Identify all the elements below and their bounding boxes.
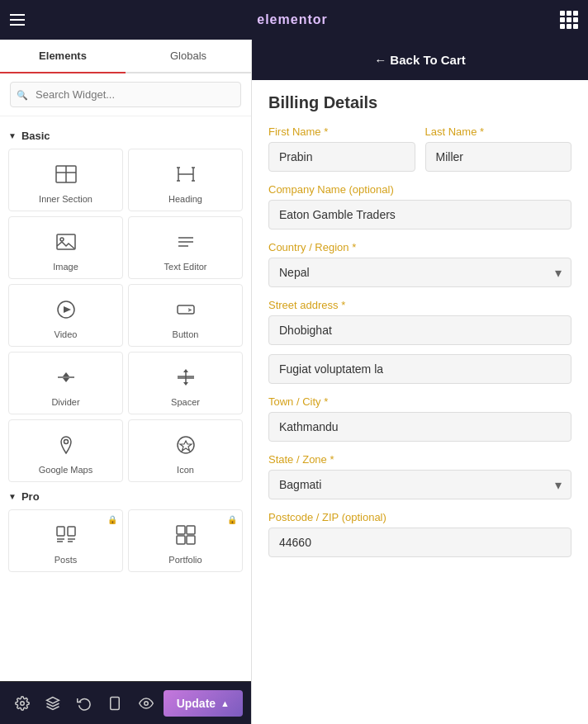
inner-section-icon (51, 159, 81, 189)
widget-google-maps[interactable]: Google Maps (8, 419, 123, 482)
state-zone-select[interactable]: Bagmati Gandaki Lumbini Koshi (268, 470, 571, 499)
widget-divider-label: Divider (51, 397, 79, 407)
search-area (0, 73, 251, 116)
widget-text-editor[interactable]: Text Editor (128, 216, 243, 279)
update-button[interactable]: Update ▲ (164, 690, 243, 717)
town-city-group: Town / City * (268, 395, 571, 442)
svg-marker-18 (183, 369, 188, 372)
svg-point-39 (145, 701, 149, 705)
responsive-tool-btn[interactable] (102, 689, 130, 718)
widget-google-maps-label: Google Maps (39, 465, 92, 475)
svg-point-35 (21, 701, 25, 705)
portfolio-lock-icon: 🔒 (227, 515, 237, 524)
pro-section-label: Pro (21, 490, 40, 503)
button-icon (171, 295, 201, 324)
street-address-line1-input[interactable] (268, 315, 571, 345)
street-address-label: Street address * (268, 299, 571, 311)
country-label: Country / Region * (268, 241, 571, 253)
pro-widget-grid: 🔒 Posts 🔒 (8, 509, 243, 572)
widget-divider[interactable]: Divider (8, 352, 123, 414)
layers-tool-btn[interactable] (40, 689, 68, 718)
widget-posts[interactable]: 🔒 Posts (8, 509, 123, 572)
last-name-label: Last Name * (425, 125, 572, 138)
preview-tool-btn[interactable] (132, 689, 160, 718)
widget-spacer-label: Spacer (171, 397, 200, 407)
main-layout: Elements Globals ▼ Basic (0, 40, 588, 724)
widget-inner-section[interactable]: Inner Section (8, 149, 123, 211)
svg-marker-12 (64, 306, 71, 313)
state-zone-group: State / Zone * Bagmati Gandaki Lumbini K… (268, 453, 571, 499)
postcode-row: Postcode / ZIP (optional) (268, 511, 571, 557)
street-row: Street address * (268, 299, 571, 384)
svg-marker-19 (183, 382, 188, 386)
svg-marker-24 (180, 441, 192, 451)
country-select[interactable]: Nepal India USA UK (268, 258, 571, 287)
apps-icon[interactable] (560, 11, 578, 29)
back-to-cart-label: ← Back To Cart (374, 53, 466, 67)
video-icon (51, 295, 81, 324)
widget-heading-label: Heading (168, 194, 202, 204)
basic-widget-grid: Inner Section Heading (8, 149, 243, 482)
posts-lock-icon: 🔒 (107, 515, 117, 524)
widget-icon[interactable]: Icon (128, 419, 243, 482)
widget-image-label: Image (53, 262, 78, 272)
sidebar-content: ▼ Basic Inner Section (0, 116, 251, 681)
company-name-group: Company Name (optional) (268, 183, 571, 230)
widget-image[interactable]: Image (8, 216, 123, 279)
sidebar-tabs: Elements Globals (0, 40, 251, 73)
widget-icon-label: Icon (177, 465, 194, 475)
first-name-label: First Name * (268, 125, 415, 138)
first-name-group: First Name * (268, 125, 415, 172)
widget-portfolio[interactable]: 🔒 Portfolio (128, 509, 243, 572)
name-row: First Name * Last Name * (268, 125, 571, 172)
widget-button-label: Button (173, 329, 199, 339)
menu-icon[interactable] (10, 14, 25, 26)
spacer-icon (171, 362, 201, 392)
bottom-toolbar: Update ▲ (0, 681, 251, 724)
svg-rect-31 (177, 526, 185, 534)
widget-heading[interactable]: Heading (128, 149, 243, 211)
postcode-input[interactable] (268, 528, 571, 557)
first-name-input[interactable] (268, 142, 415, 172)
widget-spacer[interactable]: Spacer (128, 352, 243, 414)
last-name-input[interactable] (425, 142, 572, 172)
sidebar: Elements Globals ▼ Basic (0, 40, 252, 724)
content-panel: ← Back To Cart Billing Details First Nam… (252, 40, 588, 724)
search-input[interactable] (10, 82, 241, 107)
back-to-cart-button[interactable]: ← Back To Cart (252, 40, 588, 80)
search-wrapper (10, 82, 241, 107)
history-tool-btn[interactable] (70, 689, 98, 718)
company-name-input[interactable] (268, 200, 571, 230)
postcode-label: Postcode / ZIP (optional) (268, 511, 571, 523)
image-icon (51, 227, 81, 257)
state-zone-label: State / Zone * (268, 453, 571, 466)
settings-tool-btn[interactable] (8, 689, 36, 718)
billing-form: Billing Details First Name * Last Name * (252, 80, 588, 582)
widget-portfolio-label: Portfolio (168, 555, 202, 565)
country-select-wrapper: Nepal India USA UK (268, 258, 571, 287)
basic-arrow-icon: ▼ (8, 131, 17, 140)
country-group: Country / Region * Nepal India USA UK (268, 241, 571, 287)
widget-video-label: Video (55, 329, 78, 339)
svg-point-22 (64, 440, 68, 444)
widget-button[interactable]: Button (128, 284, 243, 347)
pro-section-header[interactable]: ▼ Pro (8, 490, 243, 503)
town-city-input[interactable] (268, 412, 571, 442)
icon-widget-icon (171, 430, 201, 460)
update-chevron-icon: ▲ (220, 698, 230, 708)
town-city-label: Town / City * (268, 395, 571, 408)
svg-marker-15 (63, 372, 69, 376)
widget-posts-label: Posts (55, 555, 78, 565)
svg-rect-32 (187, 526, 195, 534)
pro-arrow-icon: ▼ (8, 492, 17, 501)
app-logo: elementor (257, 12, 327, 27)
street-address-group: Street address * (268, 299, 571, 384)
svg-rect-26 (68, 527, 75, 536)
tab-globals[interactable]: Globals (126, 40, 251, 72)
heading-icon (171, 159, 201, 189)
widget-video[interactable]: Video (8, 284, 123, 347)
basic-section-header[interactable]: ▼ Basic (8, 130, 243, 142)
tab-elements[interactable]: Elements (0, 40, 126, 73)
svg-marker-16 (63, 378, 69, 382)
street-address-line2-input[interactable] (268, 354, 571, 384)
